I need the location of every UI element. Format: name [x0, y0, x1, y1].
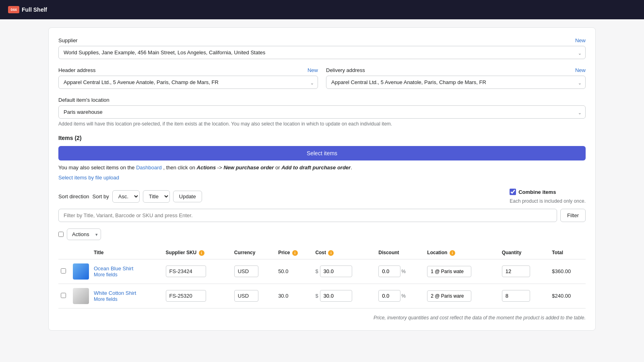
- total-value-1: $360.00: [552, 268, 571, 274]
- select-all-checkbox[interactable]: [58, 232, 64, 237]
- row-title-cell: Ocean Blue Shirt More fields: [91, 259, 163, 284]
- row-total-cell: $360.00: [549, 259, 586, 284]
- price-info-icon[interactable]: i: [292, 250, 298, 256]
- row-location-cell: [425, 259, 499, 284]
- row-img-cell: [70, 284, 91, 308]
- instruction-text: You may also select items on the Dashboa…: [58, 165, 586, 171]
- product-title-1[interactable]: Ocean Blue Shirt: [94, 265, 133, 272]
- delivery-address-select[interactable]: Apparel Central Ltd., 5 Avenue Anatole, …: [326, 76, 586, 89]
- sort-row: Sort direction Sort by Asc. Title Update…: [58, 189, 586, 204]
- table-row: White Cotton Shirt More fields 30.0 $ %: [58, 284, 586, 308]
- main-content: Supplier New World Supplies, Jane Exampl…: [40, 19, 604, 345]
- cost-input-2[interactable]: [320, 290, 352, 302]
- row-quantity-cell: [500, 284, 550, 308]
- th-sku: Supplier SKU i: [163, 247, 232, 259]
- location-input-1[interactable]: [427, 266, 471, 277]
- sku-info-icon[interactable]: i: [199, 250, 204, 256]
- pct-sign-2: %: [401, 293, 406, 299]
- supplier-label-row: Supplier New: [58, 37, 586, 43]
- app-header: 044 Full Shelf: [0, 0, 644, 19]
- th-price: Price i: [276, 247, 313, 259]
- quantity-input-2[interactable]: [502, 290, 530, 302]
- sort-direction-select[interactable]: Asc.: [112, 190, 140, 203]
- supplier-new-link[interactable]: New: [575, 37, 586, 43]
- discount-cell-inner-2: %: [378, 290, 422, 302]
- table-header-row: Title Supplier SKU i Currency Price i Co…: [58, 247, 586, 259]
- purchase-order-card: Supplier New World Supplies, Jane Exampl…: [48, 27, 596, 331]
- default-location-helper: Added items will have this location pre-…: [58, 121, 586, 127]
- actions-row: Actions: [58, 228, 586, 240]
- default-location-select[interactable]: Paris warehouse: [58, 105, 586, 119]
- actions-select[interactable]: Actions: [67, 228, 101, 240]
- combine-row: Combine items: [510, 189, 556, 195]
- sort-direction-label: Sort direction: [58, 193, 89, 200]
- supplier-group: Supplier New World Supplies, Jane Exampl…: [58, 37, 586, 59]
- address-row: Header address New Apparel Central Ltd.,…: [58, 67, 586, 97]
- supplier-select[interactable]: World Supplies, Jane Example, 456 Main S…: [58, 46, 586, 59]
- cost-info-icon[interactable]: i: [328, 250, 334, 256]
- th-cost: Cost i: [313, 247, 376, 259]
- row-cost-cell: $: [313, 259, 376, 284]
- header-address-new-link[interactable]: New: [308, 67, 318, 73]
- delivery-address-group: Delivery address New Apparel Central Ltd…: [326, 67, 586, 89]
- sort-by-select[interactable]: Title: [143, 190, 170, 203]
- th-location: Location i: [425, 247, 499, 259]
- row-discount-cell: %: [376, 259, 425, 284]
- combine-items-checkbox[interactable]: [510, 189, 516, 195]
- currency-input-1[interactable]: [234, 265, 258, 277]
- location-info-icon[interactable]: i: [450, 250, 455, 256]
- select-items-button[interactable]: Select items: [58, 146, 586, 160]
- header-address-label: Header address: [58, 67, 96, 73]
- row-currency-cell: [232, 284, 276, 308]
- row-sku-cell: [163, 259, 232, 284]
- row-discount-cell: %: [376, 284, 425, 308]
- quantity-input-1[interactable]: [502, 265, 530, 277]
- filter-input[interactable]: [58, 209, 557, 222]
- discount-input-1[interactable]: [378, 265, 400, 277]
- location-input-2[interactable]: [427, 290, 471, 302]
- more-fields-link-2[interactable]: More fields: [94, 296, 118, 302]
- combine-items-label: Combine items: [518, 189, 556, 195]
- dashboard-link[interactable]: Dashboard: [136, 165, 162, 171]
- actions-select-wrapper: Actions: [67, 228, 101, 240]
- product-image-1: [73, 263, 89, 280]
- update-button[interactable]: Update: [173, 191, 202, 202]
- th-quantity: Quantity: [500, 247, 550, 259]
- more-fields-link-1[interactable]: More fields: [94, 272, 118, 278]
- row-checkbox-1[interactable]: [61, 268, 66, 274]
- row-quantity-cell: [500, 259, 550, 284]
- th-checkbox: [58, 247, 70, 259]
- price-value-2: 30.0: [278, 293, 288, 299]
- sku-input-2[interactable]: [166, 290, 206, 302]
- items-title: Items (2): [58, 135, 586, 141]
- default-location-group: Default item's location Paris warehouse …: [58, 97, 586, 127]
- delivery-address-select-wrapper: Apparel Central Ltd., 5 Avenue Anatole, …: [326, 76, 586, 89]
- discount-input-2[interactable]: [378, 290, 400, 302]
- header-address-label-row: Header address New: [58, 67, 318, 73]
- filter-button[interactable]: Filter: [560, 209, 586, 222]
- price-value-1: 50.0: [278, 268, 288, 274]
- cost-input-1[interactable]: [320, 265, 352, 277]
- product-title-2[interactable]: White Cotton Shirt: [94, 290, 136, 296]
- combine-items: Combine items Each product is included o…: [510, 189, 586, 204]
- th-total: Total: [549, 247, 586, 259]
- sort-left: Sort direction Sort by Asc. Title Update: [58, 190, 202, 203]
- sku-input-1[interactable]: [166, 265, 206, 277]
- file-upload-link[interactable]: Select items by file upload: [58, 175, 119, 181]
- cost-cell-inner-1: $: [315, 265, 374, 277]
- row-currency-cell: [232, 259, 276, 284]
- filter-row: Filter: [58, 209, 586, 222]
- row-img-cell: [70, 259, 91, 284]
- header-address-select[interactable]: Apparel Central Ltd., 5 Avenue Anatole, …: [58, 76, 318, 89]
- combine-items-sub: Each product is included only once.: [510, 198, 586, 204]
- currency-input-2[interactable]: [234, 290, 258, 302]
- items-table: Title Supplier SKU i Currency Price i Co…: [58, 247, 586, 309]
- pct-sign-1: %: [401, 269, 406, 274]
- row-checkbox-2[interactable]: [61, 293, 66, 298]
- dollar-sign-1: $: [315, 268, 318, 274]
- delivery-address-label: Delivery address: [326, 67, 365, 73]
- th-img: [70, 247, 91, 259]
- dollar-sign-2: $: [315, 293, 318, 299]
- th-currency: Currency: [232, 247, 276, 259]
- delivery-address-new-link[interactable]: New: [575, 67, 586, 73]
